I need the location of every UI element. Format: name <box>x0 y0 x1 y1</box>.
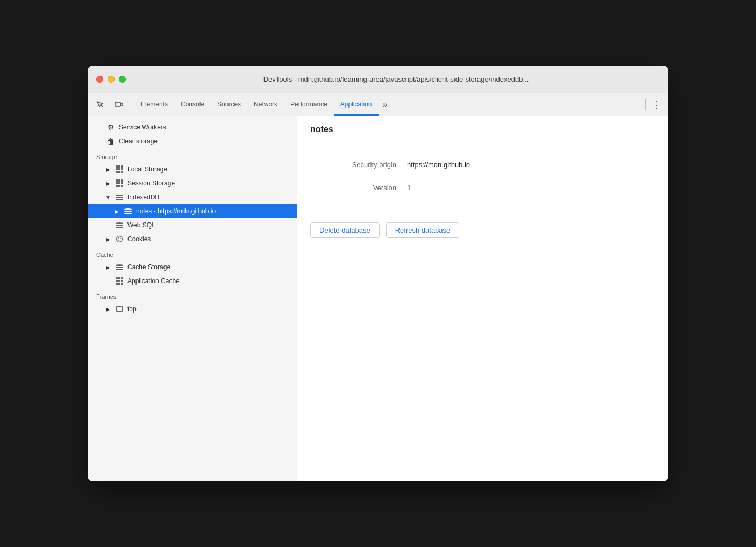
cache-section-label: Cache <box>88 246 297 260</box>
gear-icon: ⚙ <box>106 123 116 132</box>
sidebar-item-notes-db[interactable]: ▶ notes - https://mdn.github.io <box>88 204 297 218</box>
security-origin-value: https://mdn.github.io <box>407 161 470 169</box>
notes-db-icon <box>123 208 133 214</box>
content-panel: notes Security origin https://mdn.github… <box>297 116 668 481</box>
toolbar: Elements Console Sources Network Perform… <box>88 93 668 116</box>
tab-sources[interactable]: Sources <box>211 93 247 116</box>
arrow-notes: ▶ <box>113 208 120 214</box>
tab-performance[interactable]: Performance <box>284 93 334 116</box>
svg-line-0 <box>101 105 103 107</box>
device-icon[interactable] <box>110 97 127 112</box>
devtools-window: DevTools - mdn.github.io/learning-area/j… <box>88 66 668 481</box>
more-tabs-button[interactable]: » <box>379 93 392 116</box>
cache-storage-icon <box>115 264 124 270</box>
storage-section-label: Storage <box>88 148 297 162</box>
window-title: DevTools - mdn.github.io/learning-area/j… <box>132 75 660 83</box>
traffic-lights <box>96 76 126 83</box>
toolbar-divider <box>131 99 131 110</box>
indexeddb-icon <box>115 195 124 200</box>
sidebar-item-indexeddb[interactable]: ▼ IndexedDB <box>88 190 297 204</box>
sidebar-item-top[interactable]: ▶ top <box>88 302 297 316</box>
sidebar-item-session-storage[interactable]: ▶ Session Storage <box>88 176 297 190</box>
arrow-local-storage: ▶ <box>105 167 111 172</box>
devtools-menu-button[interactable]: ⋮ <box>649 97 664 112</box>
toolbar-divider-2 <box>645 99 646 110</box>
security-origin-row: Security origin https://mdn.github.io <box>310 161 655 169</box>
sidebar-item-cookies[interactable]: ▶ Cookies <box>88 232 297 246</box>
svg-point-5 <box>120 238 121 239</box>
session-storage-icon <box>115 179 124 187</box>
inspect-icon[interactable] <box>92 97 109 112</box>
svg-rect-1 <box>115 102 120 106</box>
tab-elements[interactable]: Elements <box>134 93 174 116</box>
close-button[interactable] <box>96 76 103 83</box>
minimize-button[interactable] <box>108 76 115 83</box>
cookies-icon <box>115 235 124 243</box>
sidebar-item-local-storage[interactable]: ▶ Local Storage <box>88 162 297 176</box>
svg-point-6 <box>118 240 119 241</box>
maximize-button[interactable] <box>119 76 126 83</box>
trash-icon: 🗑 <box>106 137 116 146</box>
delete-database-button[interactable]: Delete database <box>310 222 380 238</box>
frame-icon <box>115 306 124 312</box>
version-value: 1 <box>407 184 411 192</box>
web-sql-icon <box>115 222 124 228</box>
tab-console[interactable]: Console <box>174 93 211 116</box>
arrow-top: ▶ <box>105 306 111 312</box>
main-content: ⚙ Service Workers 🗑 Clear storage Storag… <box>88 116 668 481</box>
sidebar-item-clear-storage[interactable]: 🗑 Clear storage <box>88 134 297 148</box>
arrow-session-storage: ▶ <box>105 181 111 186</box>
app-cache-icon <box>115 277 124 285</box>
sidebar-item-web-sql[interactable]: Web SQL <box>88 218 297 232</box>
version-label: Version <box>310 184 396 192</box>
tab-application[interactable]: Application <box>334 93 379 116</box>
titlebar: DevTools - mdn.github.io/learning-area/j… <box>88 66 668 93</box>
arrow-cookies: ▶ <box>105 236 111 242</box>
arrow-indexeddb: ▼ <box>105 195 111 200</box>
arrow-cache-storage: ▶ <box>105 264 111 270</box>
svg-point-3 <box>117 236 123 242</box>
content-divider <box>310 207 655 207</box>
tab-network[interactable]: Network <box>247 93 284 116</box>
frames-section-label: Frames <box>88 288 297 302</box>
content-title: notes <box>297 116 668 143</box>
sidebar: ⚙ Service Workers 🗑 Clear storage Storag… <box>88 116 297 481</box>
refresh-database-button[interactable]: Refresh database <box>386 222 460 238</box>
version-row: Version 1 <box>310 184 655 192</box>
content-body: Security origin https://mdn.github.io Ve… <box>297 143 668 255</box>
svg-rect-2 <box>120 103 123 106</box>
security-origin-label: Security origin <box>310 161 396 169</box>
local-storage-icon <box>115 165 124 173</box>
tab-bar: Elements Console Sources Network Perform… <box>134 93 642 116</box>
svg-point-4 <box>118 237 119 239</box>
button-row: Delete database Refresh database <box>310 222 655 238</box>
sidebar-item-service-workers[interactable]: ⚙ Service Workers <box>88 120 297 134</box>
sidebar-item-cache-storage[interactable]: ▶ Cache Storage <box>88 260 297 274</box>
sidebar-item-app-cache[interactable]: Application Cache <box>88 274 297 288</box>
